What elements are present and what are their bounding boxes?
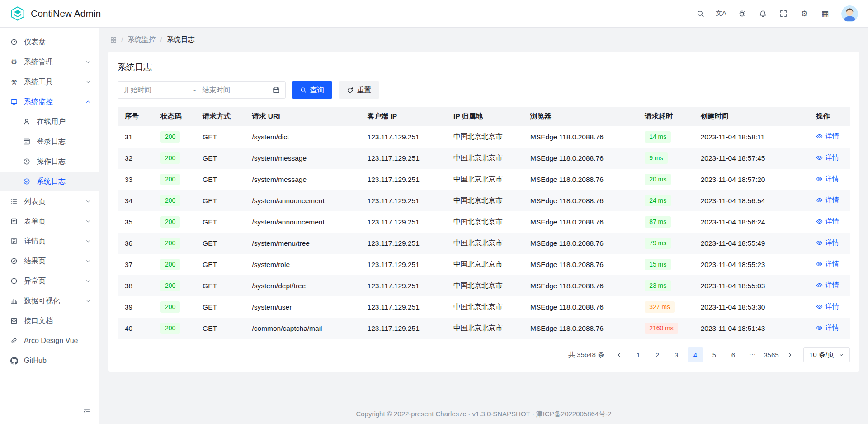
sidebar-item-result-page[interactable]: 结果页 (0, 251, 99, 271)
sidebar-item-label: 系统工具 (24, 77, 80, 87)
detail-link[interactable]: 详情 (816, 302, 839, 311)
result-icon (10, 257, 18, 265)
breadcrumb-separator: / (121, 36, 123, 44)
pagination-page-2[interactable]: 2 (650, 347, 665, 362)
header-action-layout[interactable]: ▦ (816, 5, 834, 23)
sidebar-item-list-page[interactable]: 列表页 (0, 191, 99, 211)
pagination-ellipsis[interactable]: ⋯ (745, 347, 760, 362)
user-icon (23, 118, 31, 125)
cell-no: 32 (118, 148, 153, 169)
table-header-row: 序号状态码请求方式请求 URI客户端 IPIP 归属地浏览器请求耗时创建时间操作 (118, 107, 850, 126)
detail-link-label: 详情 (826, 153, 839, 162)
cell-no: 39 (118, 296, 153, 318)
user-avatar[interactable] (841, 5, 858, 22)
sidebar-item-api-docs[interactable]: 接口文档 (0, 311, 99, 331)
table-column-header: 浏览器 (523, 107, 637, 126)
cell-uri: /system/message (245, 169, 360, 190)
sidebar-item-label: 仪表盘 (24, 38, 91, 47)
header-action-fullscreen[interactable] (774, 5, 793, 23)
cell-created: 2023-11-04 18:53:30 (693, 296, 809, 318)
duration-badge: 2160 ms (645, 323, 678, 333)
pagination-page-4[interactable]: 4 (688, 347, 703, 362)
header-action-translate[interactable]: 文A (712, 5, 730, 23)
cell-action: 详情 (809, 318, 850, 339)
pagination-page-3[interactable]: 3 (669, 347, 684, 362)
eye-icon (816, 239, 823, 246)
duration-badge: 14 ms (645, 131, 671, 142)
sidebar-item-label: 接口文档 (24, 316, 91, 326)
detail-link-label: 详情 (826, 196, 839, 205)
detail-link[interactable]: 详情 (816, 132, 839, 141)
table-row: 38200GET/system/dept/tree123.117.129.251… (118, 275, 850, 296)
detail-link-label: 详情 (826, 324, 839, 332)
app-logo[interactable]: ContiNew Admin (10, 6, 101, 21)
sidebar-item-data-visualization[interactable]: 数据可视化 (0, 291, 99, 311)
sidebar-item-label: 系统监控 (24, 97, 80, 107)
chevron-down-icon (839, 352, 844, 357)
table-row: 35200GET/system/announcement123.117.129.… (118, 211, 850, 233)
detail-link[interactable]: 详情 (816, 196, 839, 205)
pagination-prev-button[interactable] (612, 347, 627, 362)
detail-link[interactable]: 详情 (816, 217, 839, 226)
detail-link[interactable]: 详情 (816, 281, 839, 290)
detail-link-label: 详情 (826, 260, 839, 268)
sidebar-item-operation-log[interactable]: 操作日志 (0, 152, 99, 172)
sidebar-item-form-page[interactable]: 表单页 (0, 211, 99, 231)
header-action-theme[interactable] (733, 5, 751, 23)
sidebar-collapse-button[interactable] (80, 405, 94, 419)
pagination-page-3565[interactable]: 3565 (764, 347, 779, 362)
detail-link[interactable]: 详情 (816, 260, 839, 268)
sidebar-item-login-log[interactable]: 登录日志 (0, 132, 99, 152)
eye-icon (816, 176, 823, 182)
end-time-placeholder: 结束时间 (202, 86, 273, 95)
gear-icon: ⚙ (801, 10, 807, 18)
cell-ip: 123.117.129.251 (360, 211, 446, 233)
detail-link[interactable]: 详情 (816, 324, 839, 332)
status-badge: 200 (160, 323, 180, 333)
reset-button[interactable]: 重置 (339, 81, 379, 99)
sidebar-item-system-management[interactable]: ⚙系统管理 (0, 52, 99, 72)
header-actions: 文A⚙▦ (691, 5, 834, 23)
sidebar-item-online-users[interactable]: 在线用户 (0, 112, 99, 132)
sidebar-item-exception-page[interactable]: 异常页 (0, 271, 99, 291)
sidebar-item-system-tools[interactable]: ⚒系统工具 (0, 72, 99, 92)
cell-uri: /system/announcement (245, 190, 360, 211)
menu-fold-icon (83, 408, 90, 415)
table-row: 37200GET/system/role123.117.129.251中国北京北… (118, 254, 850, 275)
detail-link[interactable]: 详情 (816, 238, 839, 247)
page-size-select[interactable]: 10 条/页 (803, 347, 850, 362)
cell-browser: MSEdge 118.0.2088.76 (523, 296, 637, 318)
search-button[interactable]: 查询 (292, 81, 332, 99)
status-badge: 200 (160, 195, 180, 206)
header-action-search[interactable] (691, 5, 709, 23)
breadcrumb-item-system-monitor[interactable]: 系统监控 (127, 35, 156, 44)
sidebar-item-arco-design-vue[interactable]: Arco Design Vue (0, 331, 99, 351)
sidebar-item-github[interactable]: GitHub (0, 351, 99, 371)
cell-created: 2023-11-04 18:55:03 (693, 275, 809, 296)
cell-uri: /system/dict (245, 126, 360, 148)
header-action-settings[interactable]: ⚙ (795, 5, 813, 23)
detail-link[interactable]: 详情 (816, 153, 839, 162)
status-badge: 200 (160, 238, 180, 248)
pagination-next-button[interactable] (783, 347, 798, 362)
header-action-notifications[interactable] (754, 5, 772, 23)
cell-status: 200 (153, 318, 195, 339)
chevron-down-icon (85, 79, 91, 85)
list-icon (10, 198, 18, 205)
cell-no: 33 (118, 169, 153, 190)
cell-action: 详情 (809, 169, 850, 190)
table-column-header: 请求方式 (195, 107, 245, 126)
sidebar-item-detail-page[interactable]: 详情页 (0, 231, 99, 251)
pagination-page-6[interactable]: 6 (726, 347, 741, 362)
cell-browser: MSEdge 118.0.2088.76 (523, 318, 637, 339)
sidebar-item-system-monitor[interactable]: 系统监控 (0, 92, 99, 112)
sidebar-item-dashboard[interactable]: 仪表盘 (0, 32, 99, 52)
detail-link[interactable]: 详情 (816, 175, 839, 183)
pagination-page-1[interactable]: 1 (631, 347, 646, 362)
sun-icon (738, 10, 746, 18)
cell-created: 2023-11-04 18:56:54 (693, 190, 809, 211)
sidebar-item-system-log[interactable]: 系统日志 (0, 172, 99, 191)
pagination-page-5[interactable]: 5 (707, 347, 722, 362)
cell-browser: MSEdge 118.0.2088.76 (523, 190, 637, 211)
date-range-picker[interactable]: 开始时间 - 结束时间 (118, 81, 286, 99)
